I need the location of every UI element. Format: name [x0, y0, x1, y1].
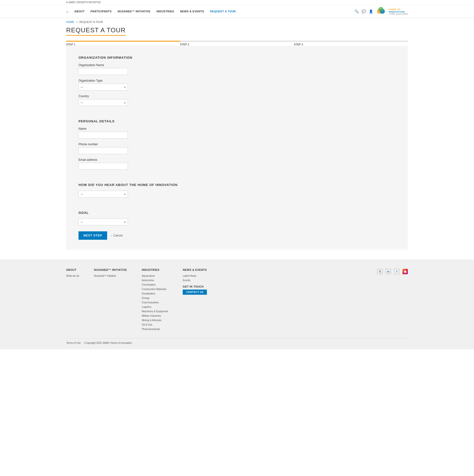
page-title-section: REQUEST A TOUR [0, 24, 474, 41]
get-in-touch-label: GET IN TOUCH [183, 285, 207, 288]
step-progress: STEP 1 STEP 2 STEP 3 [0, 41, 474, 46]
chat-icon[interactable]: 💬 [362, 9, 366, 13]
cancel-label: Cancel [113, 234, 122, 237]
instagram-icon[interactable]: ▣ [402, 269, 408, 274]
footer-industries-col: INDUSTRIES Aquaculture Automotive Civil … [142, 268, 168, 331]
top-bar: A SABIC GROWTH INITIATIVE [0, 0, 474, 5]
nav-about[interactable]: ABOUT [74, 10, 85, 13]
footer-industries-link-12[interactable]: Pharmaceuticals [142, 327, 168, 331]
breadcrumb-current: REQUEST A TOUR [79, 20, 103, 23]
org-type-select[interactable]: -- [79, 84, 128, 91]
breadcrumb: HOME > REQUEST A TOUR [0, 18, 474, 24]
hear-select[interactable]: -- [79, 191, 128, 198]
top-bar-label: A SABIC GROWTH INITIATIVE [66, 1, 101, 4]
cancel-chevron-icon: › [111, 234, 112, 237]
search-icon[interactable]: 🔍 [355, 9, 359, 13]
footer-news-col: NEWS & EVENTS Latest News Events GET IN … [183, 268, 207, 331]
footer-about-link-0[interactable]: What we do [66, 274, 79, 278]
nav-news[interactable]: NEWS & EVENTS [180, 10, 204, 13]
footer-nusaned-col: NUSANED™ INITIATIVE Nusaned™ Initiative [94, 268, 127, 331]
footer-nusaned-heading: NUSANED™ INITIATIVE [94, 268, 127, 271]
org-name-group: Organization Name [79, 63, 395, 75]
home-icon[interactable]: ⌂ [66, 9, 68, 14]
footer-about-heading: ABOUT [66, 268, 79, 271]
breadcrumb-home[interactable]: HOME [66, 20, 74, 23]
footer-nusaned-link-0[interactable]: Nusaned™ Initiative [94, 274, 127, 278]
step-1-label: STEP 1 [66, 42, 180, 46]
next-step-button[interactable]: NEXT STEP [79, 231, 107, 240]
footer-social: 𝕏 in f ▣ [377, 268, 408, 331]
nav-request-tour[interactable]: REQUEST A TOUR [210, 10, 236, 13]
linkedin-icon[interactable]: in [386, 269, 391, 274]
org-type-label: Organization Type [79, 79, 395, 82]
phone-label: Phone number [79, 143, 395, 146]
nav-industries[interactable]: INDUSTRIES [157, 10, 174, 13]
logo-home-of: HOME OF [389, 8, 408, 11]
org-name-label: Organization Name [79, 63, 395, 67]
footer-industries-link-2[interactable]: Civil Aviation [142, 283, 168, 287]
country-select[interactable]: -- [79, 99, 128, 106]
phone-group: Phone number [79, 143, 395, 154]
footer-industries-link-6[interactable]: Food Industries [142, 300, 168, 305]
phone-input[interactable] [79, 147, 128, 154]
cancel-button[interactable]: › Cancel [111, 234, 123, 237]
nav-nusaned[interactable]: NUSANED™ INITIATIVE [118, 10, 150, 13]
footer-top: ABOUT What we do NUSANED™ INITIATIVE Nus… [66, 268, 408, 331]
org-section-title: ORGANIZATION INFORMATION [79, 56, 395, 59]
goal-select[interactable]: -- [79, 219, 128, 225]
footer: ABOUT What we do NUSANED™ INITIATIVE Nus… [0, 259, 474, 349]
hear-section-title: HOW DID YOU HEAR ABOUT THE HOME OF INNOV… [79, 183, 395, 187]
button-row: NEXT STEP › Cancel [79, 231, 395, 240]
footer-industries-link-3[interactable]: Construction Materials [142, 287, 168, 292]
footer-industries-link-5[interactable]: Energy [142, 296, 168, 300]
goal-section-title: GOAL [79, 211, 395, 215]
breadcrumb-separator: > [76, 20, 78, 23]
org-name-input[interactable] [79, 68, 128, 75]
twitter-icon[interactable]: 𝕏 [377, 269, 383, 274]
footer-industries-heading: INDUSTRIES [142, 268, 168, 271]
footer-industries-link-7[interactable]: Logistics [142, 305, 168, 309]
nav-right: 🔍 💬 👤 HOME OF INNOVATION A SABIC growth … [355, 7, 408, 16]
hear-select-wrapper: -- [79, 191, 128, 198]
terms-link[interactable]: Terms of Use [66, 342, 81, 344]
facebook-icon[interactable]: f [394, 269, 399, 274]
goal-select-wrapper: -- [79, 219, 128, 225]
org-type-group: Organization Type -- [79, 79, 395, 91]
footer-news-link-1[interactable]: Events [183, 278, 207, 283]
name-input[interactable] [79, 132, 128, 139]
step-2: STEP 2 [180, 41, 294, 46]
footer-industries-link-10[interactable]: Mining & Minerals [142, 318, 168, 323]
footer-copyright: | Copyright 2025 SABIC Home of Innovatio… [84, 342, 132, 344]
country-group: Country -- [79, 94, 395, 106]
step-1: STEP 1 [66, 41, 180, 46]
nav-participants[interactable]: PARTICIPANTS [91, 10, 112, 13]
header: ⌂ ABOUT PARTICIPANTS NUSANED™ INITIATIVE… [0, 5, 474, 18]
logo-innovation: INNOVATION [389, 11, 408, 13]
page-title: REQUEST A TOUR [66, 26, 126, 36]
form-wrapper: ORGANIZATION INFORMATION Organization Na… [66, 46, 408, 250]
org-type-select-wrapper: -- [79, 84, 128, 91]
footer-industries-link-1[interactable]: Automotive [142, 278, 168, 283]
footer-news-link-0[interactable]: Latest News [183, 274, 207, 278]
person-icon[interactable]: 👤 [369, 9, 373, 13]
site-logo: HOME OF INNOVATION A SABIC growth initia… [376, 7, 408, 16]
email-input[interactable] [79, 163, 128, 170]
svg-point-2 [378, 7, 383, 12]
step-3: STEP 3 [294, 41, 408, 46]
email-group: Email address [79, 158, 395, 170]
name-group: Name [79, 127, 395, 139]
footer-industries-link-4[interactable]: Desalination [142, 292, 168, 296]
hear-group: -- [79, 191, 395, 198]
footer-news-heading: NEWS & EVENTS [183, 268, 207, 271]
email-label: Email address [79, 158, 395, 162]
footer-industries-link-11[interactable]: Oil & Gas [142, 323, 168, 327]
footer-industries-link-9[interactable]: Military Industries [142, 314, 168, 318]
logo-sabic: A SABIC growth initiative [389, 13, 408, 15]
footer-industries-link-0[interactable]: Aquaculture [142, 274, 168, 278]
name-label: Name [79, 127, 395, 130]
footer-about-col: ABOUT What we do [66, 268, 79, 331]
nav-left: ⌂ ABOUT PARTICIPANTS NUSANED™ INITIATIVE… [66, 9, 236, 14]
goal-group: -- [79, 219, 395, 225]
footer-industries-link-8[interactable]: Machinery & Equipment [142, 309, 168, 314]
contact-us-button[interactable]: CONTACT US [183, 290, 207, 295]
